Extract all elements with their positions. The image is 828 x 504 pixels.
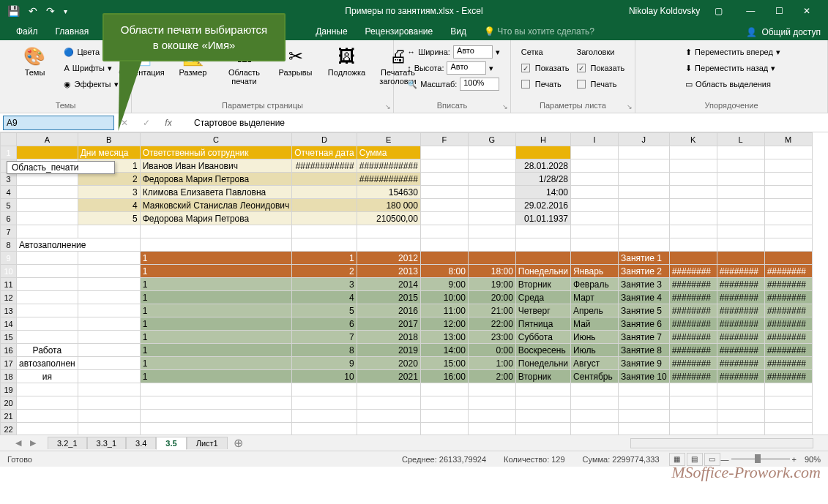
cell[interactable]: 4 bbox=[292, 291, 357, 304]
col-header[interactable]: I bbox=[571, 133, 619, 146]
cell[interactable]: 2 bbox=[292, 265, 357, 278]
cell[interactable] bbox=[17, 146, 78, 159]
cell[interactable] bbox=[17, 410, 78, 423]
cell[interactable] bbox=[571, 383, 619, 396]
cell[interactable]: 1 bbox=[140, 304, 292, 317]
cell[interactable]: 2020 bbox=[357, 357, 420, 370]
cell[interactable] bbox=[420, 396, 468, 410]
cell[interactable]: Август bbox=[571, 357, 619, 370]
cell[interactable] bbox=[468, 199, 515, 212]
col-header[interactable]: K bbox=[669, 133, 717, 146]
cell[interactable]: 1 bbox=[140, 331, 292, 344]
cell[interactable]: Вторник bbox=[515, 278, 570, 291]
cell[interactable] bbox=[420, 410, 468, 423]
cell[interactable] bbox=[764, 186, 812, 199]
cell[interactable]: 20:00 bbox=[468, 291, 515, 304]
cell[interactable] bbox=[669, 383, 717, 396]
col-header[interactable] bbox=[1, 133, 17, 146]
cell[interactable] bbox=[669, 225, 717, 238]
cell[interactable]: Автозаполнение bbox=[17, 238, 141, 252]
horizontal-scrollbar[interactable] bbox=[630, 438, 813, 448]
user-name[interactable]: Nikolay Koldovsky bbox=[629, 6, 700, 16]
tab-view[interactable]: Вид bbox=[441, 23, 475, 40]
cell[interactable] bbox=[17, 199, 78, 212]
cell[interactable] bbox=[717, 186, 764, 199]
cell[interactable] bbox=[669, 159, 717, 173]
cell[interactable] bbox=[17, 317, 78, 331]
cell[interactable]: Четверг bbox=[515, 304, 570, 317]
cell[interactable]: ######## bbox=[669, 317, 717, 331]
cell[interactable]: 0:00 bbox=[468, 344, 515, 357]
cell[interactable]: 1:00 bbox=[468, 357, 515, 370]
cell[interactable]: 180 000 bbox=[357, 199, 420, 212]
cell[interactable]: 12:00 bbox=[420, 317, 468, 331]
cell[interactable] bbox=[420, 159, 468, 173]
cell[interactable] bbox=[78, 265, 140, 278]
cell[interactable]: ######## bbox=[717, 265, 764, 278]
cell[interactable]: 2014 bbox=[357, 278, 420, 291]
cell[interactable]: 10:00 bbox=[420, 291, 468, 304]
cell[interactable] bbox=[515, 146, 570, 159]
qat-more-icon[interactable]: ▾ bbox=[64, 7, 67, 15]
cell[interactable] bbox=[468, 173, 515, 186]
cell[interactable]: Федорова Мария Петрова bbox=[140, 212, 292, 225]
cell[interactable] bbox=[669, 199, 717, 212]
cell[interactable]: Понедельни bbox=[515, 357, 570, 370]
height-row[interactable]: ↕ Высота: Авто ▾ bbox=[407, 61, 500, 75]
cell[interactable]: 8 bbox=[292, 344, 357, 357]
cell[interactable] bbox=[669, 410, 717, 423]
cell[interactable] bbox=[669, 186, 717, 199]
cell[interactable] bbox=[17, 423, 78, 435]
cell[interactable] bbox=[420, 423, 468, 435]
cell[interactable] bbox=[17, 225, 78, 238]
cell[interactable]: 2018 bbox=[357, 331, 420, 344]
cell[interactable]: 01.01.1937 bbox=[515, 212, 570, 225]
row-header[interactable]: 19 bbox=[1, 383, 17, 396]
cell[interactable]: ######## bbox=[764, 357, 812, 370]
cell[interactable]: 4 bbox=[78, 199, 140, 212]
cell[interactable] bbox=[764, 212, 812, 225]
view-break-icon[interactable]: ▭ bbox=[704, 453, 720, 466]
cell[interactable] bbox=[669, 173, 717, 186]
cell[interactable]: ######## bbox=[717, 331, 764, 344]
col-header[interactable]: B bbox=[78, 133, 140, 146]
cell[interactable] bbox=[619, 212, 670, 225]
cell[interactable] bbox=[420, 383, 468, 396]
cell[interactable]: ия bbox=[17, 370, 78, 383]
cell[interactable] bbox=[669, 146, 717, 159]
cell[interactable] bbox=[357, 423, 420, 435]
cell[interactable]: Ответственный сотрудник bbox=[140, 146, 292, 159]
cell[interactable] bbox=[571, 159, 619, 173]
cell[interactable] bbox=[515, 238, 570, 252]
cell[interactable]: 210500,00 bbox=[357, 212, 420, 225]
cell[interactable]: 3 bbox=[78, 186, 140, 199]
ribbon-options-icon[interactable]: ▢ bbox=[715, 6, 723, 16]
cell[interactable]: 1 bbox=[140, 291, 292, 304]
cell[interactable]: 6 bbox=[292, 317, 357, 331]
zoom-in-button[interactable]: + bbox=[792, 455, 797, 464]
cell[interactable]: Иванов Иван Иванович bbox=[140, 159, 292, 173]
cell[interactable]: Февраль bbox=[571, 278, 619, 291]
row-header[interactable]: 5 bbox=[1, 199, 17, 212]
cell[interactable]: ######## bbox=[764, 370, 812, 383]
row-header[interactable]: 16 bbox=[1, 344, 17, 357]
col-header[interactable]: J bbox=[619, 133, 670, 146]
tab-data[interactable]: Данные bbox=[307, 23, 356, 40]
namebox-dropdown[interactable]: Область_печати bbox=[7, 161, 115, 174]
cell[interactable] bbox=[571, 410, 619, 423]
cell[interactable] bbox=[17, 331, 78, 344]
cell[interactable]: Занятие 2 bbox=[619, 265, 670, 278]
cell[interactable] bbox=[17, 278, 78, 291]
cell[interactable]: Июнь bbox=[571, 331, 619, 344]
cell[interactable]: Суббота bbox=[515, 331, 570, 344]
cell[interactable] bbox=[78, 225, 140, 238]
cell[interactable] bbox=[140, 225, 292, 238]
cell[interactable] bbox=[357, 410, 420, 423]
cell[interactable] bbox=[468, 423, 515, 435]
cell[interactable]: 1 bbox=[292, 252, 357, 265]
cell[interactable]: ######## bbox=[764, 278, 812, 291]
cell[interactable]: ######## bbox=[717, 344, 764, 357]
row-header[interactable]: 9 bbox=[1, 252, 17, 265]
cell[interactable]: 11:00 bbox=[420, 304, 468, 317]
worksheet-grid[interactable]: ABCDEFGHIJKLM1Дни месяцаОтветственный со… bbox=[0, 132, 828, 435]
